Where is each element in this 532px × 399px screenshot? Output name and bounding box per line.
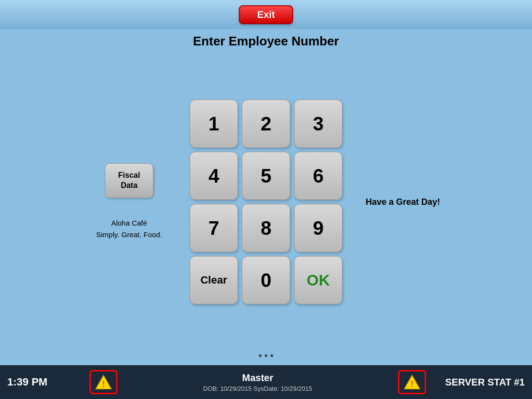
num-btn-1[interactable]: 1: [190, 100, 238, 148]
numpad: 1 2 3 4 5 6 7 8 9 Clear 0 OK: [190, 100, 342, 304]
greeting: Have a Great Day!: [366, 197, 440, 207]
page-title: Enter Employee Number: [193, 34, 339, 49]
content-row: FiscalData Aloha Café Simply. Great. Foo…: [0, 58, 532, 345]
status-time: 1:39 PM: [7, 376, 51, 388]
num-btn-5[interactable]: 5: [242, 152, 290, 200]
svg-text:!: !: [102, 379, 105, 389]
num-btn-6[interactable]: 6: [294, 152, 342, 200]
left-panel: FiscalData Aloha Café Simply. Great. Foo…: [69, 163, 190, 241]
store-tagline: Simply. Great. Food.: [96, 229, 162, 241]
server-stat: SERVER STAT #1: [445, 377, 525, 388]
store-name: Aloha Café: [96, 217, 162, 229]
status-center: Master DOB: 10/29/2015 SysDate: 10/29/20…: [118, 372, 398, 392]
num-btn-2[interactable]: 2: [242, 100, 290, 148]
warning-icon-left[interactable]: !: [89, 370, 118, 394]
num-btn-9[interactable]: 9: [294, 204, 342, 252]
fiscal-data-button[interactable]: FiscalData: [105, 163, 153, 198]
main-area: Enter Employee Number FiscalData Aloha C…: [0, 29, 532, 365]
num-btn-3[interactable]: 3: [294, 100, 342, 148]
num-btn-0[interactable]: 0: [242, 256, 290, 304]
right-panel: Have a Great Day!: [342, 197, 463, 207]
stars-display: * * *: [258, 345, 273, 365]
ok-button[interactable]: OK: [294, 256, 342, 304]
svg-text:!: !: [411, 379, 414, 389]
master-label: Master: [118, 372, 398, 384]
store-info: Aloha Café Simply. Great. Food.: [96, 217, 162, 241]
status-bar: 1:39 PM ! Master DOB: 10/29/2015 SysDate…: [0, 365, 532, 399]
num-btn-4[interactable]: 4: [190, 152, 238, 200]
num-btn-8[interactable]: 8: [242, 204, 290, 252]
num-btn-7[interactable]: 7: [190, 204, 238, 252]
clear-button[interactable]: Clear: [190, 256, 238, 304]
top-strip: Exit: [0, 0, 532, 29]
exit-button[interactable]: Exit: [239, 5, 294, 24]
warning-icon-right[interactable]: !: [398, 370, 426, 394]
dob-sys: DOB: 10/29/2015 SysDate: 10/29/2015: [118, 385, 398, 392]
